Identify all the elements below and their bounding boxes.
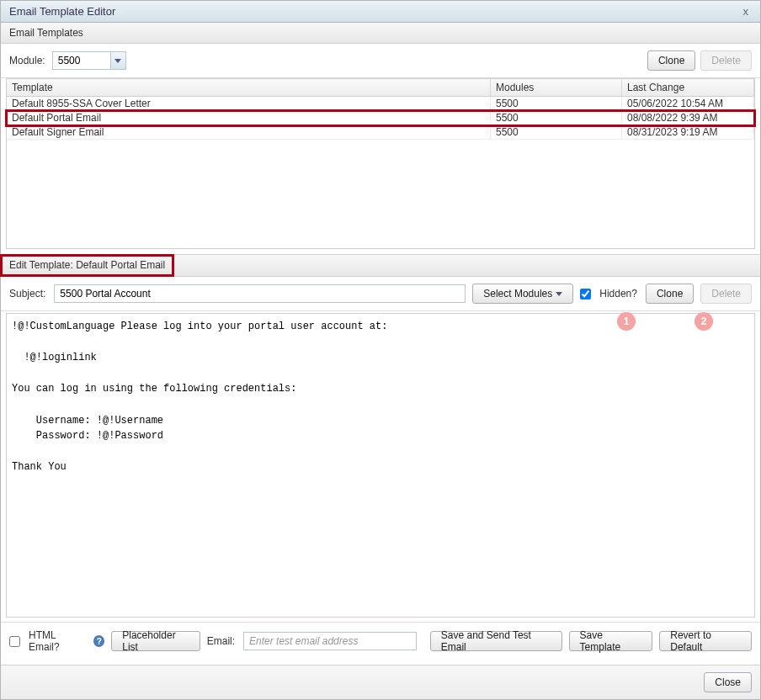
cell-modules: 5500 [491, 111, 622, 125]
col-header-modules[interactable]: Modules [491, 79, 622, 96]
cell-modules: 5500 [491, 125, 622, 139]
module-combo-input[interactable] [53, 52, 110, 69]
cell-template: Default Portal Email [7, 111, 491, 125]
test-email-input[interactable] [243, 632, 417, 650]
cell-last-change: 08/08/2022 9:39 AM [622, 111, 754, 125]
col-header-template[interactable]: Template [7, 79, 491, 96]
dialog-footer: Close [1, 665, 760, 699]
template-body-textarea[interactable] [6, 313, 755, 618]
html-email-label: HTML Email? [29, 629, 85, 653]
clone-button-edit[interactable]: Clone [646, 284, 694, 304]
annotation-badge-2: 2 [694, 312, 713, 331]
table-row[interactable]: Default Portal Email 5500 08/08/2022 9:3… [7, 111, 754, 125]
col-header-last-change[interactable]: Last Change [622, 79, 754, 96]
table-row[interactable]: Default 8955-SSA Cover Letter 5500 05/06… [7, 97, 754, 111]
window-titlebar: Email Template Editor x [1, 1, 760, 23]
email-label: Email: [207, 635, 235, 647]
templates-toolbar: Module: Clone Delete [1, 44, 760, 78]
hidden-checkbox[interactable] [580, 289, 591, 300]
clone-button-top[interactable]: Clone [647, 50, 695, 71]
module-combo[interactable] [52, 51, 126, 70]
annotation-badge-1: 1 [617, 312, 636, 331]
grid-header-row: Template Modules Last Change [7, 79, 754, 97]
cell-modules: 5500 [491, 97, 622, 110]
save-send-test-button[interactable]: Save and Send Test Email [430, 631, 562, 651]
window-title: Email Template Editor [9, 5, 115, 18]
email-template-editor-window: Email Template Editor x Email Templates … [0, 0, 761, 700]
cell-last-change: 08/31/2023 9:19 AM [622, 125, 754, 139]
delete-button-top: Delete [700, 50, 752, 71]
revert-default-button[interactable]: Revert to Default [659, 631, 752, 651]
hidden-label: Hidden? [599, 288, 637, 300]
chevron-down-icon [556, 292, 562, 296]
edit-template-panel: Edit Template: Default Portal Email Subj… [1, 254, 760, 660]
placeholder-list-button[interactable]: Placeholder List [111, 631, 200, 651]
select-modules-label: Select Modules [483, 288, 552, 300]
cell-template: Default Signer Email [7, 125, 491, 139]
subject-label: Subject: [9, 288, 45, 300]
chevron-down-icon [114, 59, 121, 63]
save-template-button[interactable]: Save Template [569, 631, 653, 651]
module-combo-trigger[interactable] [110, 52, 125, 69]
templates-grid: Template Modules Last Change Default 895… [6, 78, 755, 249]
cell-template: Default 8955-SSA Cover Letter [7, 97, 491, 110]
html-email-checkbox[interactable] [9, 636, 20, 647]
cell-last-change: 05/06/2022 10:54 AM [622, 97, 754, 110]
subject-toolbar: Subject: Select Modules Hidden? Clone De… [1, 277, 760, 311]
close-button[interactable]: Close [704, 672, 752, 692]
templates-panel-header: Email Templates [1, 23, 760, 44]
table-row[interactable]: Default Signer Email 5500 08/31/2023 9:1… [7, 125, 754, 140]
edit-bottom-bar: HTML Email? ? Placeholder List Email: Sa… [1, 622, 760, 660]
edit-template-header: Edit Template: Default Portal Email [1, 255, 173, 276]
window-close-icon[interactable]: x [740, 5, 753, 18]
delete-button-edit: Delete [700, 284, 752, 304]
grid-body[interactable]: Default 8955-SSA Cover Letter 5500 05/06… [7, 97, 754, 248]
module-label: Module: [9, 55, 45, 66]
subject-input[interactable] [54, 284, 466, 303]
select-modules-button[interactable]: Select Modules [472, 284, 573, 304]
help-icon[interactable]: ? [93, 635, 104, 647]
